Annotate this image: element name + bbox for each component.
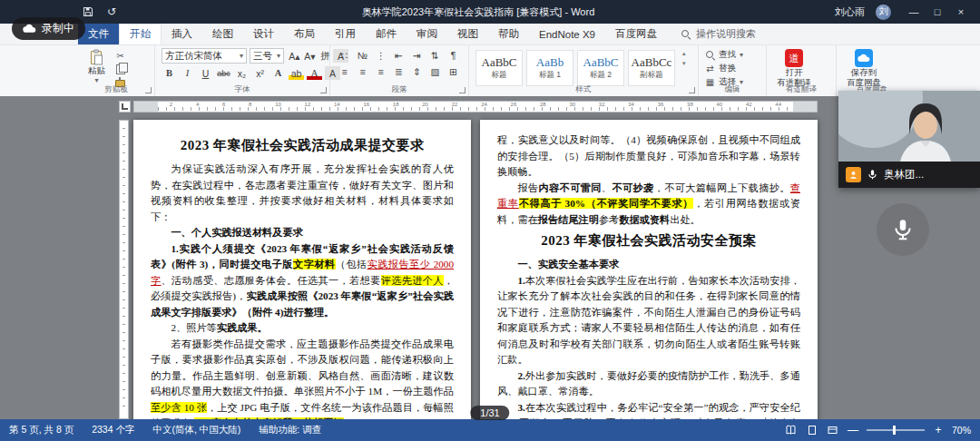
recording-indicator[interactable]: 录制中 xyxy=(12,17,85,40)
tab-百度网盘[interactable]: 百度网盘 xyxy=(605,24,667,44)
tab-布局[interactable]: 布局 xyxy=(284,24,325,44)
underline-icon[interactable]: U xyxy=(198,66,213,80)
tab-插入[interactable]: 插入 xyxy=(162,24,202,44)
document-page-right[interactable]: 程，实践意义以及时间等。（4）视频确保原创，且视频中不同组成的安排合理。（5）后… xyxy=(480,120,818,419)
editing-查找[interactable]: 查找▾ xyxy=(705,49,743,61)
zoom-out-icon[interactable]: — xyxy=(848,424,858,436)
accessibility-status[interactable]: 辅助功能: 调查 xyxy=(259,424,321,436)
language-status[interactable]: 中文(简体, 中国大陆) xyxy=(152,424,240,436)
style-标题[interactable]: AaBbC标题 xyxy=(475,50,523,86)
clipboard-dialog-launcher-icon[interactable] xyxy=(145,87,152,93)
document-page-left[interactable]: 2023 年寒假社会实践活动成果提交要求为保证实践活动深入有序开展，充分发挥社会… xyxy=(133,120,471,419)
text-run: 1. xyxy=(517,275,524,286)
zoom-percentage[interactable]: 70% xyxy=(952,425,971,436)
zoom-slider-thumb[interactable] xyxy=(893,426,896,435)
shading-icon[interactable]: ▨ xyxy=(427,64,443,78)
horizontal-ruler[interactable]: 2468101214161820222426283032343638404244 xyxy=(133,101,818,113)
decrease-font-size-icon[interactable]: A▾ xyxy=(302,49,318,63)
paragraph: 1.本次寒假社会实践学生应在出行前，告知家长本次活动安排，让家长充分了解本次社会… xyxy=(497,273,800,368)
tab-selector[interactable] xyxy=(119,101,131,113)
decrease-indent-icon[interactable]: ⇤ xyxy=(391,48,407,62)
bold-icon[interactable]: B xyxy=(162,66,177,80)
zoom-in-icon[interactable]: + xyxy=(933,424,944,436)
tab-设计[interactable]: 设计 xyxy=(243,24,284,44)
tab-绘图[interactable]: 绘图 xyxy=(202,24,243,44)
minimize-icon[interactable]: — xyxy=(902,2,926,22)
close-icon[interactable]: × xyxy=(949,2,973,22)
text-run: （包括 xyxy=(336,259,368,270)
line-spacing-icon[interactable]: ⇕ xyxy=(409,64,425,78)
text-effects-icon[interactable]: A xyxy=(270,66,286,80)
ribbon: 粘贴 ▾ ✂ 剪贴板 方正仿宋简体 ▾ 三号 ▾ xyxy=(0,45,980,97)
copy-icon[interactable] xyxy=(114,64,126,74)
italic-icon[interactable]: I xyxy=(180,66,195,80)
styles-scroll-down-icon[interactable]: ▾ xyxy=(682,60,686,67)
borders-icon[interactable]: ⊞ xyxy=(446,64,461,78)
align-right-icon[interactable]: ≡ xyxy=(373,64,388,78)
youdao-translate-button[interactable]: 道 打开 有道翻译 xyxy=(773,48,815,88)
paragraph: 3.在本次实践过程中，务必牢记“安全第一”的观念，严守安全纪律，不懈怠，不冒险，… xyxy=(497,400,800,420)
vertical-ruler[interactable] xyxy=(119,120,129,419)
document-area: 2468101214161820222426283032343638404244… xyxy=(0,96,980,419)
tab-邮件[interactable]: 邮件 xyxy=(366,24,407,44)
baidu-save-button[interactable]: 保存到 百度网盘 xyxy=(843,48,885,88)
styles-gallery: AaBbC标题AaBb标题 1AaBbC标题 2AaBbCc副标题 xyxy=(475,48,675,86)
font-size-value: 三号 xyxy=(253,50,272,63)
account-name[interactable]: 刘心雨 xyxy=(835,5,865,19)
style-标题 2[interactable]: AaBbC标题 2 xyxy=(577,50,624,86)
paragraph-dialog-launcher-icon[interactable] xyxy=(459,87,466,93)
paste-button[interactable]: 粘贴 ▾ xyxy=(84,48,109,85)
search-icon xyxy=(681,30,691,39)
styles-dialog-launcher-icon[interactable] xyxy=(689,87,695,93)
print-layout-icon[interactable] xyxy=(806,424,818,436)
text-highlight-color-icon[interactable]: ab xyxy=(289,66,304,80)
save-icon[interactable] xyxy=(82,5,94,18)
youdao-icon: 道 xyxy=(785,49,803,67)
strikethrough-icon[interactable]: abc xyxy=(216,66,231,80)
tab-开始[interactable]: 开始 xyxy=(119,24,162,44)
show-marks-icon[interactable]: ¶ xyxy=(446,48,461,62)
meeting-video-panel[interactable]: 奥林团... xyxy=(838,91,980,188)
multilevel-list-icon[interactable]: ⋮ xyxy=(373,48,388,62)
participant-video[interactable] xyxy=(838,91,980,162)
zoom-slider[interactable] xyxy=(867,429,925,431)
font-size-select[interactable]: 三号 ▾ xyxy=(250,48,284,64)
account-avatar[interactable]: 刘 xyxy=(876,5,891,20)
paragraph: 为保证实践活动深入有序开展，充分发挥社会实践的育人优势，在实践过程中，各志愿者要… xyxy=(151,162,454,225)
tab-视图[interactable]: 视图 xyxy=(447,24,488,44)
font-dialog-launcher-icon[interactable] xyxy=(320,87,327,93)
style-name: 副标题 xyxy=(640,70,663,81)
align-center-icon[interactable]: ≡ xyxy=(355,64,370,78)
sort-icon[interactable]: ⇅ xyxy=(427,48,443,62)
tell-me-search[interactable]: 操作说明搜索 xyxy=(681,24,756,44)
text-run: 本次寒假社会实践学生应在出行前，告知家长本次活动安排，让家长充分了解本次社会实践… xyxy=(497,275,800,366)
tab-引用[interactable]: 引用 xyxy=(325,24,366,44)
justify-icon[interactable]: ≣ xyxy=(391,64,407,78)
subscript-icon[interactable]: x₂ xyxy=(234,66,250,80)
microphone-button[interactable] xyxy=(877,203,929,256)
text-run: 出处。 xyxy=(670,214,701,225)
bullets-icon[interactable]: ∷ xyxy=(337,48,352,62)
styles-scroll-up-icon[interactable]: ▴ xyxy=(682,50,686,57)
increase-indent-icon[interactable]: ⇥ xyxy=(409,48,425,62)
word-count-status[interactable]: 2334 个字 xyxy=(92,424,134,436)
undo-icon[interactable]: ↺ xyxy=(105,5,118,18)
tab-EndNote X9[interactable]: EndNote X9 xyxy=(529,24,605,44)
style-preview: AaBbC xyxy=(482,56,517,69)
align-left-icon[interactable]: ≡ xyxy=(337,64,352,78)
font-color-icon[interactable]: A xyxy=(307,66,322,80)
numbering-icon[interactable]: № xyxy=(355,48,370,62)
tab-帮助[interactable]: 帮助 xyxy=(488,24,529,44)
style-副标题[interactable]: AaBbCc副标题 xyxy=(628,50,675,86)
web-layout-icon[interactable] xyxy=(827,424,839,436)
tab-审阅[interactable]: 审阅 xyxy=(407,24,447,44)
style-标题 1[interactable]: AaBb标题 1 xyxy=(526,50,573,86)
superscript-icon[interactable]: x² xyxy=(252,66,268,80)
font-family-select[interactable]: 方正仿宋简体 ▾ xyxy=(162,48,247,64)
restore-icon[interactable]: □ xyxy=(926,2,949,22)
cut-icon[interactable]: ✂ xyxy=(114,51,126,61)
increase-font-size-icon[interactable]: A▴ xyxy=(287,49,302,63)
read-mode-icon[interactable] xyxy=(785,424,798,436)
page-number-status[interactable]: 第 5 页, 共 8 页 xyxy=(9,424,74,436)
editing-替换[interactable]: ⇄替换 xyxy=(705,63,743,74)
